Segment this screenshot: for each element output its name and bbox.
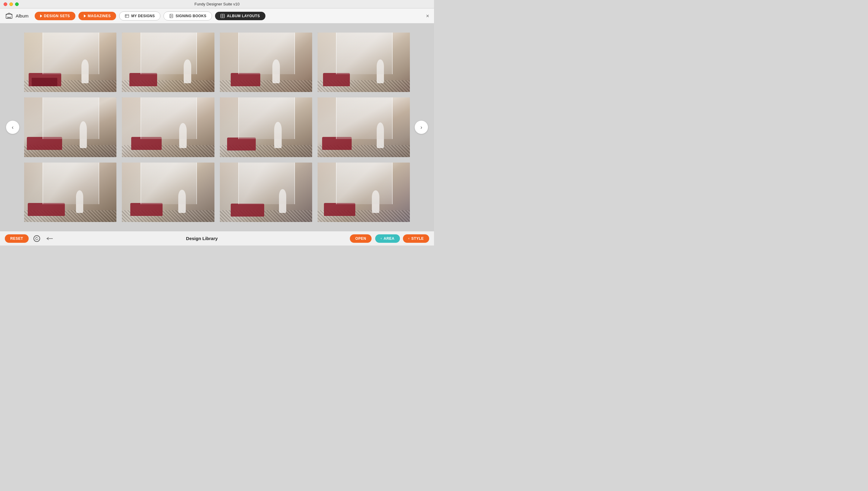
refresh-button[interactable] bbox=[32, 234, 41, 243]
left-arrow-icon bbox=[46, 237, 53, 240]
traffic-lights bbox=[4, 2, 19, 6]
album-layouts-label: ALBUM LAYOUTS bbox=[227, 14, 260, 18]
area-chevron-icon: ‹ bbox=[381, 237, 382, 240]
my-designs-label: MY DESIGNS bbox=[131, 14, 155, 18]
bottom-bar-center: Design Library bbox=[58, 236, 347, 241]
fullscreen-light[interactable] bbox=[15, 2, 19, 6]
area-label: AREA bbox=[384, 236, 395, 241]
svg-rect-0 bbox=[6, 14, 12, 19]
signing-books-icon bbox=[169, 14, 173, 18]
photo-grid bbox=[0, 24, 434, 231]
toolbar: Album DESIGN SETS MAGAZINES MY DESIGNS S… bbox=[0, 8, 434, 24]
list-item[interactable] bbox=[24, 97, 116, 157]
style-chevron-icon: ‹ bbox=[408, 237, 410, 240]
minimize-light[interactable] bbox=[9, 2, 13, 6]
reset-label: RESET bbox=[10, 236, 23, 241]
magazines-arrow-icon bbox=[84, 15, 86, 18]
next-button[interactable]: › bbox=[415, 121, 428, 134]
arrow-left-button[interactable] bbox=[45, 236, 54, 241]
magazines-button[interactable]: MAGAZINES bbox=[79, 12, 116, 20]
design-library-label: Design Library bbox=[186, 236, 218, 241]
list-item[interactable] bbox=[122, 163, 214, 222]
svg-rect-4 bbox=[125, 15, 129, 18]
album-layouts-button[interactable]: ALBUM LAYOUTS bbox=[215, 12, 265, 20]
signing-books-button[interactable]: SIGNING BOOKS bbox=[164, 11, 212, 21]
prev-icon: ‹ bbox=[12, 124, 13, 131]
signing-books-label: SIGNING BOOKS bbox=[176, 14, 206, 18]
album-layouts-icon bbox=[221, 14, 225, 18]
list-item[interactable] bbox=[122, 97, 214, 157]
main-content: ‹ bbox=[0, 24, 434, 231]
my-designs-button[interactable]: MY DESIGNS bbox=[119, 11, 161, 21]
app-logo-icon bbox=[5, 12, 13, 20]
app-logo: Album bbox=[5, 12, 29, 20]
list-item[interactable] bbox=[318, 33, 410, 92]
style-label: STYLE bbox=[411, 236, 424, 241]
list-item[interactable] bbox=[318, 97, 410, 157]
refresh-icon bbox=[33, 235, 40, 242]
list-item[interactable] bbox=[220, 163, 312, 222]
open-button[interactable]: OPEN bbox=[350, 234, 372, 243]
style-button[interactable]: ‹ STYLE bbox=[403, 234, 429, 243]
list-item[interactable] bbox=[122, 33, 214, 92]
list-item[interactable] bbox=[24, 163, 116, 222]
list-item[interactable] bbox=[24, 33, 116, 92]
open-label: OPEN bbox=[355, 236, 366, 241]
my-designs-icon bbox=[125, 14, 129, 18]
magazines-label: MAGAZINES bbox=[88, 14, 111, 18]
window-title: Fundy Designer Suite v10 bbox=[195, 2, 240, 6]
reset-button[interactable]: RESET bbox=[5, 234, 29, 243]
design-sets-button[interactable]: DESIGN SETS bbox=[35, 12, 76, 20]
design-sets-label: DESIGN SETS bbox=[44, 14, 70, 18]
list-item[interactable] bbox=[220, 97, 312, 157]
title-bar: Fundy Designer Suite v10 bbox=[0, 0, 434, 8]
design-sets-arrow-icon bbox=[40, 15, 42, 18]
list-item[interactable] bbox=[318, 163, 410, 222]
close-light[interactable] bbox=[4, 2, 7, 6]
app-name: Album bbox=[16, 13, 29, 19]
list-item[interactable] bbox=[220, 33, 312, 92]
prev-button[interactable]: ‹ bbox=[6, 121, 19, 134]
bottom-bar: RESET Design Library OPEN ‹ AREA ‹ bbox=[0, 231, 434, 246]
bottom-bar-right: ‹ AREA ‹ STYLE bbox=[375, 234, 429, 243]
window-close-button[interactable]: × bbox=[426, 13, 429, 19]
area-button[interactable]: ‹ AREA bbox=[375, 234, 400, 243]
next-icon: › bbox=[421, 124, 422, 131]
